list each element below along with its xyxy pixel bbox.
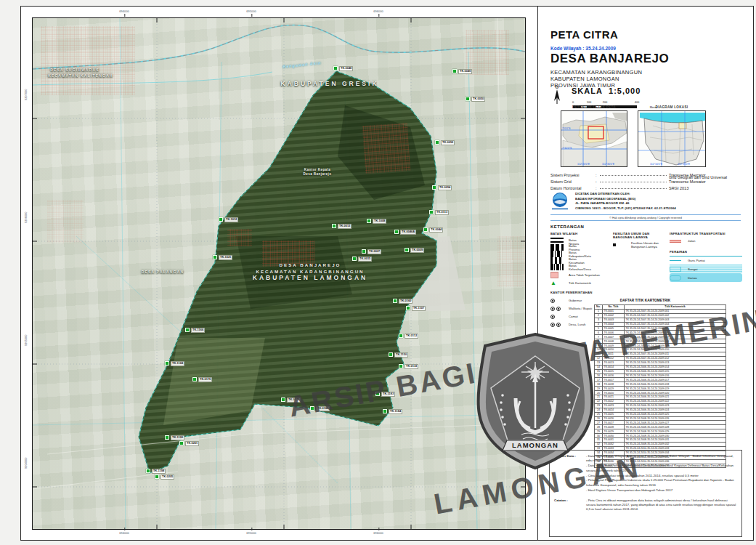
tk-marker[interactable]: TK.0201 [179,441,199,446]
big-logo-icon [550,192,569,211]
tk-marker-icon [375,392,380,396]
legend-kantor-header: KANTOR PEMERINTAHAN [550,291,613,294]
tk-marker-label: TK.1183 [381,392,395,397]
district-line: KECAMATAN KARANGBINANGUN [550,69,642,76]
tk-marker[interactable]: TK.0052 [435,140,455,145]
office-symbol-icon [550,315,555,319]
tk-marker[interactable]: TK.0113 [429,210,449,215]
tk-marker[interactable]: TK.1166 [185,328,205,333]
tk-marker[interactable]: TK.0044 [423,227,443,233]
map-canvas[interactable]: KABUPATEN GRESIKDESA SUGIHWARASKECAMATAN… [32,17,526,530]
tk-marker[interactable]: TK.0054 [432,185,452,190]
tk-marker[interactable]: TK.0009 [405,248,424,253]
tk-marker-label: TK.0113 [435,210,449,215]
tk-marker-icon [179,441,184,445]
inset-coordinate-label: 7°0'0"S [562,127,570,130]
grid-coordinate-label: 9207000 [24,89,28,100]
legend-item-boundary: Batas Negara [550,238,564,244]
scalebar-tick-label: 100 [587,100,592,104]
tk-marker[interactable]: TK.1021 [213,255,232,260]
tk-marker[interactable]: TK.1008 [367,219,386,224]
tk-marker[interactable]: TK.1183 [375,392,395,397]
copyright-line: © Hak cipta dilindungi undang-undang / C… [550,214,741,221]
tk-marker-icon [213,255,217,259]
inset-map-location[interactable]: 7°0'0"S7°10'0"S112°20'0"E112°30'0"E [561,110,627,167]
tk-marker[interactable]: TK.0175 [192,377,212,382]
legend-batas-header: BATAS WILAYAH [550,232,613,235]
tk-marker-label: TK.0048 [339,66,353,71]
inset-coordinate-label: 112°30'0"E [602,163,614,166]
tk-marker-label: TK.0050 [471,97,485,102]
map-type-title: PETA CITRA [550,28,618,41]
tk-marker[interactable]: TK.1184 [383,409,402,414]
tk-marker-label: TK.0178 [287,397,301,403]
tk-marker-label: TK.0205 [160,475,174,480]
grid-coordinate-label: 696000 [373,9,383,13]
tk-marker[interactable]: TK.1150 [389,352,408,358]
tk-marker[interactable]: TK.0133 [399,364,418,369]
sumber-data-item: Data digital batas wilayah administrasi … [586,464,737,473]
tk-marker-icon [405,248,409,252]
tk-marker-icon [432,185,436,190]
tk-marker-icon [362,249,366,254]
boundary-line-icon [550,241,564,243]
tk-marker[interactable]: TK.1198 [146,469,166,474]
grid-coordinate-label: 695000 [246,531,256,535]
tk-marker-label: TK.0112 [405,334,418,339]
tk-marker-label: TK.0052 [441,140,455,145]
legend-item-boundary: Batas Kecamatan [550,257,564,264]
kartometric-table: No.No. TitikTitik Kartometrik 1TK.0001TK… [594,304,726,468]
tk-marker[interactable]: TK.0186 [310,406,330,411]
tk-marker-label: TK.0186 [316,406,330,411]
legend-item-jalan: Jalan [670,238,742,244]
tk-marker[interactable]: TK.0112 [399,334,418,339]
inset-diagram-lokasi[interactable]: 112°10'0"E112°25'0"E [638,110,706,167]
tk-marker[interactable]: TK.1168 [165,361,184,366]
tk-marker[interactable]: TK.0046A [394,230,416,235]
inset-left-title: PETUNJUK LETAK PETA [561,105,627,109]
tk-marker[interactable]: TK.1012 [219,217,238,222]
tk-marker[interactable]: TK.1107 [406,306,426,311]
tk-marker-icon [332,224,336,228]
tk-marker-icon [383,409,387,413]
legend-item-fasum: Fasilitas Umum dan Bangunan Lainnya [613,241,668,249]
publisher-text: DICETAK DAN DITERBITKAN OLEH: BADAN INFO… [575,192,676,211]
inset-left-art [561,111,627,167]
legend-item-boundary: Batas Provinsi [550,244,564,251]
regency-line: KABUPATEN LAMONGAN [550,76,619,82]
tk-marker-icon [429,210,434,214]
grid-coordinate-label: 9205000 [24,334,28,346]
office-symbol-icon [556,323,561,327]
tk-marker-label: TK.1107 [412,306,426,311]
scalebar-tick-label: 200 [603,100,608,104]
tk-marker-icon [352,257,357,261]
facility-icon [613,243,616,246]
tk-marker-icon [393,299,397,303]
tk-marker-icon [165,361,169,366]
tk-marker[interactable]: TK.0048 [333,66,353,71]
tk-marker[interactable]: TK.1195 [165,435,184,440]
tk-marker-label: TK.0015 [358,257,372,262]
tk-marker[interactable]: TK.0015 [352,257,372,262]
tk-marker[interactable]: TK.0205 [155,475,174,480]
tk-marker-icon [165,435,169,440]
tk-marker[interactable]: TK.0013 [332,224,351,229]
publisher-block: DICETAK DAN DITERBITKAN OLEH: BADAN INFO… [550,192,741,211]
tk-marker[interactable]: TK.0027 [362,249,381,254]
tk-marker-label: TK.1012 [224,217,238,222]
tk-marker-icon [281,397,285,402]
tk-marker-label: TK.1195 [171,435,184,440]
grid-coordinate-label: 9204000 [24,457,28,469]
tk-marker[interactable]: TK.0160 [393,299,412,304]
inset-coordinate-label: 112°10'0"E [650,163,662,166]
tk-marker[interactable]: TK.0178 [281,397,301,403]
projection-row: Sistem Grid: Grid Geografi dan Grid Univ… [550,177,745,184]
sumber-data-item: Hasil Digitasi Unsur Transportasi dan Hi… [586,488,737,493]
legend-title: KETERANGAN [550,225,584,229]
tk-marker[interactable]: TK.0049 [452,69,472,74]
tk-marker-label: TK.0009 [410,248,424,253]
road-icon [670,240,681,243]
boundary-line-icon [550,246,564,248]
tk-marker[interactable]: TK.0050 [466,97,485,102]
inset-coordinate-label: 112°25'0"E [678,163,690,166]
